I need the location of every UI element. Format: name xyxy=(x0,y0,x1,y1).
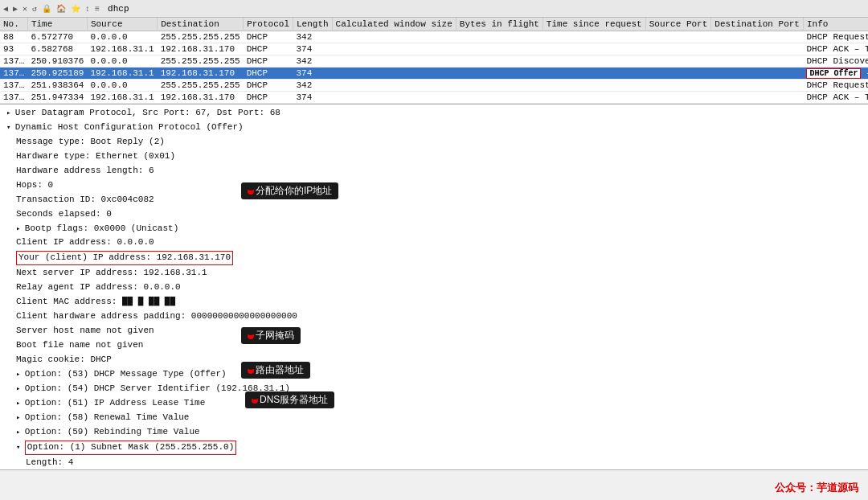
detail-line: Option: (58) Renewal Time Value xyxy=(0,411,868,425)
table-cell: 342 xyxy=(293,55,332,68)
col-info: Info xyxy=(803,18,868,31)
annotation-subnet: 子网掩码 xyxy=(241,327,301,344)
table-cell xyxy=(542,68,645,80)
dot-icon xyxy=(248,188,254,195)
table-row[interactable]: 936.582768192.168.31.1192.168.31.170DHCP… xyxy=(0,43,868,55)
detail-line: Length: 4 xyxy=(0,456,868,470)
table-cell xyxy=(711,80,804,92)
table-cell: 93 xyxy=(0,43,27,55)
table-cell: 342 xyxy=(293,31,332,43)
annotation-ip: 分配给你的IP地址 xyxy=(241,182,338,199)
table-cell xyxy=(456,68,542,80)
toolbar-icon-nav: ◀ ▶ ✕ ↺ 🔒 🏠 ⭐ ↕ ≡ xyxy=(3,4,100,14)
col-time: Time xyxy=(27,18,87,31)
table-row[interactable]: 137…251.947334192.168.31.1192.168.31.170… xyxy=(0,92,868,104)
table-cell xyxy=(645,92,711,104)
detail-line: Option: (51) IP Address Lease Time xyxy=(0,396,868,411)
table-cell: 192.168.31.170 xyxy=(158,68,244,80)
detail-line: Client IP address: 0.0.0.0 xyxy=(0,236,868,250)
dot-icon4 xyxy=(252,397,258,404)
detail-line: Option: (53) DHCP Message Type (Offer) xyxy=(0,367,868,382)
detail-line: User Datagram Protocol, Src Port: 67, Ds… xyxy=(0,106,868,121)
detail-line: Hops: 0 xyxy=(0,178,868,193)
table-cell: 0.0.0.0 xyxy=(87,80,157,92)
detail-line: Hardware type: Ethernet (0x01) xyxy=(0,150,868,164)
detail-line: Dynamic Host Configuration Protocol (Off… xyxy=(0,121,868,135)
highlight-box: Option: (1) Subnet Mask (255.255.255.0) xyxy=(25,441,236,455)
table-row[interactable]: 137…250.9103760.0.0.0255.255.255.255DHCP… xyxy=(0,55,868,68)
detail-line: Next server IP address: 192.168.31.1 xyxy=(0,266,868,281)
annotation-router: 路由器地址 xyxy=(241,362,310,379)
table-cell: 137… xyxy=(0,55,27,68)
table-cell-info: DHCP Request – Tra xyxy=(803,80,868,92)
col-source: Source xyxy=(87,18,157,31)
table-cell: 374 xyxy=(293,92,332,104)
table-cell xyxy=(542,43,645,55)
packet-table: No. Time Source Destination Protocol Len… xyxy=(0,18,868,104)
table-cell: DHCP xyxy=(244,31,293,43)
table-cell: 255.255.255.255 xyxy=(158,31,244,43)
table-cell xyxy=(542,80,645,92)
table-cell-info: DHCP Discover – Tra xyxy=(803,55,868,68)
table-cell xyxy=(332,43,456,55)
detail-line: Client MAC address: ██ █ ██ ██ xyxy=(0,295,868,309)
annotation-dns: DNS服务器地址 xyxy=(245,391,334,408)
dot-icon3 xyxy=(248,367,254,374)
table-cell: 6.582768 xyxy=(27,43,87,55)
table-row[interactable]: 137…250.925189192.168.31.1192.168.31.170… xyxy=(0,68,868,80)
detail-line: Boot file name not given xyxy=(0,338,868,353)
watermark: 公众号：芋道源码 xyxy=(775,481,858,495)
table-cell xyxy=(645,43,711,55)
detail-lines: User Datagram Protocol, Src Port: 67, Ds… xyxy=(0,106,868,470)
col-protocol: Protocol xyxy=(244,18,293,31)
table-cell xyxy=(645,68,711,80)
table-cell xyxy=(456,55,542,68)
table-cell: 251.938364 xyxy=(27,80,87,92)
table-cell: DHCP xyxy=(244,68,293,80)
table-cell xyxy=(456,31,542,43)
detail-panel[interactable]: User Datagram Protocol, Src Port: 67, Ds… xyxy=(0,105,868,470)
detail-line: Your (client) IP address: 192.168.31.170 xyxy=(0,250,868,266)
detail-line: Bootp flags: 0x0000 (Unicast) xyxy=(0,222,868,236)
table-cell xyxy=(456,43,542,55)
table-cell: 255.255.255.255 xyxy=(158,55,244,68)
table-cell xyxy=(542,31,645,43)
table-cell xyxy=(332,80,456,92)
col-dst-port: Destination Port xyxy=(711,18,804,31)
dot-icon2 xyxy=(248,333,254,339)
detail-line: Client hardware address padding: 0000000… xyxy=(0,309,868,324)
col-time-req: Time since request xyxy=(542,18,645,31)
table-cell-info: DHCP Offer – Tra xyxy=(803,68,868,80)
col-length: Length xyxy=(293,18,332,31)
table-cell xyxy=(645,31,711,43)
table-row[interactable]: 886.5727700.0.0.0255.255.255.255DHCP342D… xyxy=(0,31,868,43)
detail-line: Relay agent IP address: 0.0.0.0 xyxy=(0,281,868,295)
table-cell: 0.0.0.0 xyxy=(87,55,157,68)
table-cell: 251.947334 xyxy=(27,92,87,104)
table-cell xyxy=(711,92,804,104)
table-cell xyxy=(332,31,456,43)
table-cell xyxy=(456,80,542,92)
detail-line: Server host name not given xyxy=(0,324,868,338)
table-cell: 137… xyxy=(0,92,27,104)
table-cell xyxy=(711,31,804,43)
toolbar: ◀ ▶ ✕ ↺ 🔒 🏠 ⭐ ↕ ≡ dhcp xyxy=(0,0,868,18)
table-cell xyxy=(711,55,804,68)
table-cell xyxy=(711,68,804,80)
detail-line: Message type: Boot Reply (2) xyxy=(0,135,868,150)
table-cell: 192.168.31.170 xyxy=(158,92,244,104)
table-cell: 250.910376 xyxy=(27,55,87,68)
highlight-box: Your (client) IP address: 192.168.31.170 xyxy=(16,251,233,265)
table-cell-info: DHCP ACK – Tra xyxy=(803,43,868,55)
table-cell: DHCP xyxy=(244,55,293,68)
dhcp-offer-badge: DHCP Offer xyxy=(806,68,861,79)
table-cell: 137… xyxy=(0,80,27,92)
table-row[interactable]: 137…251.9383640.0.0.0255.255.255.255DHCP… xyxy=(0,80,868,92)
table-cell-info: DHCP Request – Tra xyxy=(803,31,868,43)
table-cell xyxy=(711,43,804,55)
table-cell: 192.168.31.170 xyxy=(158,43,244,55)
detail-line: Magic cookie: DHCP xyxy=(0,353,868,367)
table-cell: 0.0.0.0 xyxy=(87,31,157,43)
table-cell: DHCP xyxy=(244,80,293,92)
table-cell xyxy=(645,80,711,92)
